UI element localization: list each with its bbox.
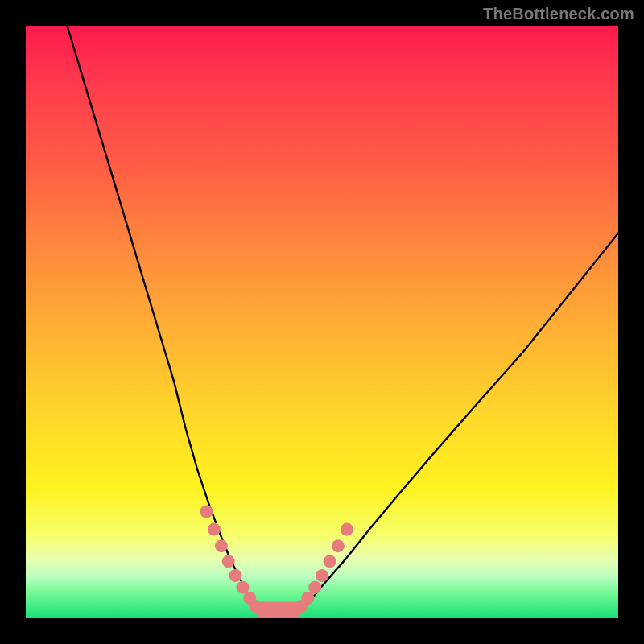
svg-point-13 [324, 555, 336, 568]
svg-point-6 [236, 581, 249, 594]
svg-point-1 [200, 506, 213, 518]
svg-point-10 [301, 592, 314, 605]
svg-point-8 [250, 600, 262, 613]
plot-area [26, 26, 618, 618]
watermark-text: TheBottleneck.com [483, 5, 634, 23]
svg-point-5 [229, 569, 242, 582]
svg-point-11 [308, 581, 321, 594]
svg-point-15 [341, 523, 353, 536]
curves-svg [26, 26, 618, 618]
chart-frame: TheBottleneck.com [0, 0, 644, 644]
curve-left [68, 26, 260, 613]
curve-right [299, 233, 618, 613]
svg-point-2 [208, 523, 221, 536]
svg-point-12 [316, 569, 328, 582]
beads-right [295, 523, 353, 613]
svg-point-14 [332, 539, 345, 552]
floor-band [256, 601, 302, 617]
svg-rect-0 [256, 601, 302, 617]
beads-left [200, 506, 262, 613]
svg-point-3 [215, 539, 228, 552]
svg-point-4 [222, 555, 235, 568]
